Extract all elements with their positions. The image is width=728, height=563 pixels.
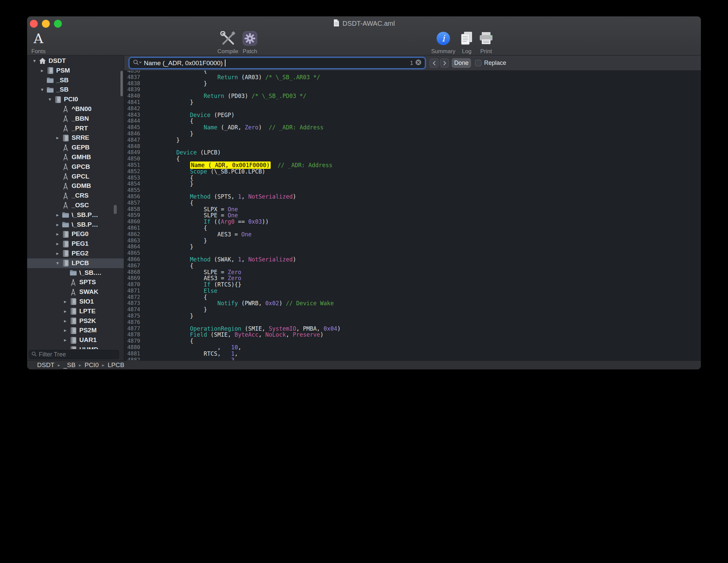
filter-field[interactable] — [29, 350, 119, 359]
code-line: If (RTCS){} — [149, 282, 701, 288]
replace-toggle[interactable]: Replace — [475, 58, 506, 68]
tree-item-label: LPCB — [72, 258, 89, 268]
code-line: RTCS, 1, — [149, 351, 701, 357]
method-icon — [62, 115, 70, 123]
tree-item-ps2m[interactable]: ▸PS2M — [27, 326, 124, 335]
tree-item-sb[interactable]: ▾_SB — [27, 85, 124, 95]
disclosure-triangle-icon[interactable]: ▸ — [55, 133, 60, 143]
tree-item-psm[interactable]: ▸PSM — [27, 66, 124, 76]
breadcrumb-separator-icon: ▸ — [58, 362, 60, 368]
search-menu-icon[interactable] — [133, 59, 142, 67]
tree-item-bn00[interactable]: ^BN00 — [27, 104, 124, 114]
disclosure-triangle-icon[interactable]: ▸ — [63, 345, 68, 349]
line-number: 4855 — [124, 187, 140, 194]
editor-pane: Name (_ADR, 0x001F0000) 1 Done Replace — [124, 55, 701, 360]
patch-button[interactable]: Patch — [234, 30, 266, 55]
disclosure-triangle-icon[interactable]: ▾ — [47, 95, 53, 104]
code-line: OperationRegion (SMIE, SystemIO, PMBA, 0… — [149, 326, 701, 332]
disclosure-triangle-icon[interactable]: ▸ — [55, 239, 60, 249]
tree-item-sb[interactable]: \_SB.… — [27, 268, 124, 278]
line-number: 4846 — [124, 131, 140, 137]
breadcrumb: DSDT▸_SB▸PCI0▸LPCB — [37, 361, 124, 369]
tree-item-prt[interactable]: _PRT — [27, 124, 124, 133]
code-line — [149, 187, 701, 194]
disclosure-triangle-icon[interactable]: ▸ — [63, 307, 68, 316]
breadcrumb-item-sb[interactable]: _SB — [64, 361, 76, 369]
tree-item-crs[interactable]: _CRS — [27, 191, 124, 201]
tree-item-dsdt[interactable]: ▾DSDT — [27, 56, 124, 66]
tree-item-gpcb[interactable]: GPCB — [27, 162, 124, 172]
disclosure-triangle-icon[interactable]: ▾ — [39, 85, 45, 95]
line-number: 4850 — [124, 156, 140, 162]
breadcrumb-item-pci0[interactable]: PCI0 — [85, 361, 99, 369]
disclosure-triangle-icon[interactable]: ▸ — [63, 326, 68, 335]
tree-item-pci0[interactable]: ▾PCI0 — [27, 95, 124, 104]
tree-item-swak[interactable]: SWAK — [27, 287, 124, 297]
tree-item-gpcl[interactable]: GPCL — [27, 172, 124, 182]
tree-item-uar1[interactable]: ▸UAR1 — [27, 335, 124, 345]
disclosure-triangle-icon[interactable]: ▸ — [39, 66, 45, 76]
line-number: 4845 — [124, 124, 140, 131]
disclosure-triangle-icon[interactable]: ▾ — [55, 258, 60, 268]
sidebar-scrollbar-thumb[interactable] — [120, 71, 123, 96]
fonts-label: Fonts — [31, 48, 46, 55]
tree-item-peg0[interactable]: ▸PEG0 — [27, 229, 124, 239]
fonts-button[interactable]: A Fonts — [27, 30, 55, 55]
tree-item-sio1[interactable]: ▸SIO1 — [27, 297, 124, 307]
method-icon — [69, 278, 77, 287]
code-line — [149, 143, 701, 150]
code-editor[interactable]: 4836483748384839484048414842484348444845… — [124, 71, 701, 360]
find-next-button[interactable] — [440, 59, 449, 68]
tree-item-gepb[interactable]: GEPB — [27, 143, 124, 152]
splitter-handle[interactable] — [114, 205, 117, 214]
tree-item-srre[interactable]: ▸SRRE — [27, 133, 124, 143]
breadcrumb-item-dsdt[interactable]: DSDT — [37, 361, 55, 369]
clear-search-icon[interactable] — [415, 59, 422, 67]
tree-item-gdmb[interactable]: GDMB — [27, 181, 124, 191]
tree-item-gmhb[interactable]: GMHB — [27, 152, 124, 162]
disclosure-triangle-icon[interactable]: ▾ — [32, 56, 37, 66]
done-button[interactable]: Done — [452, 58, 471, 68]
replace-checkbox[interactable] — [475, 60, 481, 66]
code-line: , 3, — [149, 357, 701, 360]
filter-tree-input[interactable] — [39, 351, 116, 358]
tree-item-humd[interactable]: ▸HUMD — [27, 345, 124, 349]
tree-item-sbp[interactable]: ▸\_SB.P… — [27, 210, 124, 220]
print-button[interactable]: Print — [470, 30, 502, 55]
tree-item-lpte[interactable]: ▸LPTE — [27, 307, 124, 316]
tree-item-ps2k[interactable]: ▸PS2K — [27, 316, 124, 326]
tree-item-peg1[interactable]: ▸PEG1 — [27, 239, 124, 249]
disclosure-triangle-icon[interactable]: ▸ — [63, 335, 68, 345]
tree-item-label: _SB — [56, 76, 69, 85]
disclosure-triangle-icon[interactable]: ▸ — [63, 316, 68, 326]
code-view[interactable]: { Return (AR03) /* \_SB_.AR03 */ } Retur… — [144, 71, 701, 360]
tree-item-lpcb[interactable]: ▾LPCB — [27, 258, 124, 268]
tree-item-label: _SB — [56, 85, 69, 95]
code-line: Device (LPCB) — [149, 149, 701, 156]
tree-item-sb[interactable]: _SB — [27, 76, 124, 85]
line-number: 4861 — [124, 225, 140, 231]
find-search-field[interactable]: Name (_ADR, 0x001F0000) 1 — [129, 58, 425, 69]
disclosure-triangle-icon[interactable]: ▸ — [55, 210, 60, 220]
tree-item-peg2[interactable]: ▸PEG2 — [27, 249, 124, 258]
line-number: 4865 — [124, 250, 140, 256]
line-number: 4851 — [124, 162, 140, 168]
tools-icon — [220, 30, 236, 47]
breadcrumb-item-lpcb[interactable]: LPCB — [108, 361, 124, 369]
line-number: 4837 — [124, 74, 140, 81]
disclosure-triangle-icon[interactable]: ▸ — [63, 297, 68, 307]
tree-item-bbn[interactable]: _BBN — [27, 114, 124, 124]
line-number: 4849 — [124, 149, 140, 156]
disclosure-triangle-icon[interactable]: ▸ — [55, 220, 60, 230]
tree-item-label: GMHB — [72, 152, 91, 162]
disclosure-triangle-icon[interactable]: ▸ — [55, 229, 60, 239]
tree-item-label: SRRE — [72, 133, 89, 143]
code-line: } — [149, 99, 701, 106]
tree-item-sbp[interactable]: ▸\_SB.P… — [27, 220, 124, 230]
tree-item-spts[interactable]: SPTS — [27, 277, 124, 287]
find-previous-button[interactable] — [430, 59, 439, 68]
disclosure-triangle-icon[interactable]: ▸ — [55, 249, 60, 258]
app-window: DSDT-AWAC.aml A Fonts Compile — [27, 16, 701, 369]
match-count: 1 — [410, 60, 413, 67]
tree-item-osc[interactable]: _OSC — [27, 201, 124, 210]
